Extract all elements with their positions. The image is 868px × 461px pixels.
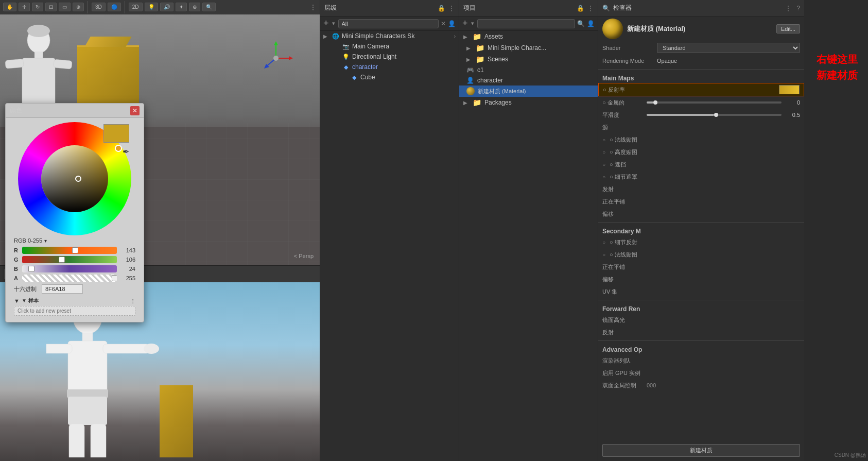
detail-normal-row: ○ ○ 法线贴图 xyxy=(598,248,804,261)
svg-rect-30 xyxy=(91,424,106,457)
offset-label: 偏移 xyxy=(602,210,644,218)
project-lock-icon[interactable]: 🔒 xyxy=(577,5,584,12)
scene-tool-move[interactable]: ✛ xyxy=(19,3,30,11)
scene-tool-scale[interactable]: ⊡ xyxy=(45,3,57,11)
double-sided-label: 双面全局照明 xyxy=(602,382,644,389)
hierarchy-item-character[interactable]: ◆ character xyxy=(320,62,459,72)
project-add-btn[interactable]: + xyxy=(462,18,468,29)
scene-tool-rotate[interactable]: ↻ xyxy=(32,3,43,11)
material-header: 新建材质 (Material) Edit... xyxy=(598,16,804,41)
occlusion-label: ○ 遮挡 xyxy=(610,161,626,168)
hierarchy-search-clear[interactable]: ✕ xyxy=(441,20,446,27)
folder-icon-mini: 📁 xyxy=(476,44,484,52)
folder-icon-assets: 📁 xyxy=(473,32,481,41)
hierarchy-panel: 层级 🔒 ⋮ + ▾ ✕ 👤 ▶ 🌐 Mini Simple Character… xyxy=(320,0,459,461)
scene-effects-btn[interactable]: ✦ xyxy=(176,3,187,11)
heightmap-dot: ○ xyxy=(602,149,605,155)
scene-tool-hand[interactable]: ✋ xyxy=(3,3,16,11)
scene-search-btn[interactable]: 🔍 xyxy=(202,3,216,11)
hierarchy-add-btn[interactable]: + xyxy=(323,18,329,29)
heightmap-label: ○ 高度贴图 xyxy=(610,148,637,156)
shader-select[interactable]: Standard xyxy=(657,43,800,53)
scene-shading-btn[interactable]: 🔵 xyxy=(108,3,121,11)
project-item-label-scenes: Scenes xyxy=(488,56,508,63)
hierarchy-title: 层级 xyxy=(324,4,337,12)
inspector-menu[interactable]: ⋮ xyxy=(785,5,791,12)
scene-audio-btn[interactable]: 🔊 xyxy=(160,3,173,11)
project-item-newmaterial[interactable]: 新建材质 (Material) xyxy=(459,86,598,97)
heightmap-row: ○ ○ 高度贴图 xyxy=(598,146,804,158)
hierarchy-search-input[interactable] xyxy=(338,19,439,28)
source-label: 源 xyxy=(602,124,644,131)
hierarchy-menu-icon[interactable]: ⋮ xyxy=(448,5,455,12)
project-item-scenes[interactable]: ▶ 📁 Scenes xyxy=(459,54,598,65)
scene-3d-label: 3D xyxy=(95,4,102,10)
hierarchy-item-cube[interactable]: ◆ Cube xyxy=(320,72,459,82)
hierarchy-item-label-maincamera: Main Camera xyxy=(352,43,389,50)
hierarchy-lock-icon[interactable]: 🔒 xyxy=(438,5,445,12)
hierarchy-item-label-cube: Cube xyxy=(360,74,375,81)
emission-label: 发射 xyxy=(602,185,644,193)
secondary-section: Secondary M xyxy=(598,225,804,236)
inspector-header: 🔍 检查器 ⋮ ? xyxy=(598,0,804,16)
hierarchy-item-dirlight[interactable]: 💡 Directional Light xyxy=(320,52,459,62)
emission-row: 发射 xyxy=(598,183,804,195)
project-item-character[interactable]: 👤 character xyxy=(459,75,598,86)
inspector-scroll-area[interactable]: 新建材质 (Material) Edit... Shader Standard … xyxy=(598,16,804,440)
project-search-input[interactable] xyxy=(477,19,575,28)
tree-arrow-packages: ▶ xyxy=(463,100,470,106)
scene-mode-btn[interactable]: 3D xyxy=(92,3,106,11)
gpu-instancing-label: 启用 GPU 实例 xyxy=(602,369,644,377)
folder-icon-packages: 📁 xyxy=(473,98,481,107)
uv-label: UV 集 xyxy=(602,288,644,296)
project-panel-header: 项目 🔒 ⋮ xyxy=(459,0,598,16)
source-row: 源 xyxy=(598,121,804,133)
folder-icon-scenes: 📁 xyxy=(476,55,484,63)
project-item-packages[interactable]: ▶ 📁 Packages xyxy=(459,97,598,108)
albedo-color-swatch[interactable] xyxy=(779,85,800,94)
specular-row: 镜面高光 xyxy=(598,314,804,326)
hierarchy-account-icon[interactable]: 👤 xyxy=(448,20,456,27)
svg-rect-25 xyxy=(46,344,72,353)
edit-shader-btn[interactable]: Edit... xyxy=(776,24,800,33)
divider-1 xyxy=(598,69,804,70)
hierarchy-panel-header: 层级 🔒 ⋮ xyxy=(320,0,459,16)
project-account-icon[interactable]: 👤 xyxy=(587,20,595,27)
project-item-assets[interactable]: ▶ 📁 Assets xyxy=(459,31,598,42)
project-item-c1[interactable]: 🎮 c1 xyxy=(459,65,598,75)
scene-gizmo-btn[interactable]: ⊛ xyxy=(189,3,200,11)
rendering-mode-label: Rendering Mode xyxy=(602,58,654,64)
smoothness-label: 平滑度 xyxy=(602,111,644,119)
metallic-slider[interactable] xyxy=(647,101,782,104)
metallic-label: ○ 金属的 xyxy=(602,99,644,107)
smoothness-row: 平滑度 0.5 xyxy=(598,109,804,121)
inspector-help[interactable]: ? xyxy=(796,5,800,12)
hierarchy-item-maincamera[interactable]: 📷 Main Camera xyxy=(320,41,459,52)
offset2-row: 偏移 xyxy=(598,273,804,285)
project-menu-icon[interactable]: ⋮ xyxy=(587,5,594,12)
hierarchy-toolbar: + ▾ ✕ 👤 xyxy=(320,16,459,31)
scene-tool-transform[interactable]: ⊕ xyxy=(73,3,84,11)
scene-more-icon[interactable]: ⋮ xyxy=(309,3,317,11)
project-item-mini[interactable]: ▶ 📁 Mini Simple Charac... xyxy=(459,42,598,54)
tiling-row: 正在平铺 xyxy=(598,195,804,208)
svg-rect-21 xyxy=(82,333,93,342)
svg-point-11 xyxy=(27,25,50,37)
hierarchy-item-label-character: character xyxy=(352,63,378,71)
hierarchy-item-scene[interactable]: ▶ 🌐 Mini Simple Characters Sk › xyxy=(320,31,459,41)
smoothness-slider[interactable] xyxy=(647,114,782,116)
hierarchy-header-icons: 🔒 ⋮ xyxy=(438,5,455,12)
scene-2d-btn[interactable]: 2D xyxy=(129,3,143,11)
scene-lights-btn[interactable]: 💡 xyxy=(145,3,158,11)
project-search-icon[interactable]: 🔍 xyxy=(577,20,585,27)
shader-label: Shader xyxy=(602,45,654,51)
hierarchy-item-arrow[interactable]: › xyxy=(454,33,456,39)
albedo-row[interactable]: ○ 反射率 xyxy=(598,83,804,96)
svg-rect-22 xyxy=(68,341,107,392)
new-material-btn[interactable]: 新建材质 xyxy=(602,444,800,457)
scene-tool-rect[interactable]: ▭ xyxy=(59,3,71,11)
project-item-label-mini: Mini Simple Charac... xyxy=(488,44,546,52)
double-sided-value: 000 xyxy=(647,382,656,388)
smoothness-value: 0.5 xyxy=(785,112,800,118)
detail-normal-label: ○ 法线贴图 xyxy=(610,251,637,259)
